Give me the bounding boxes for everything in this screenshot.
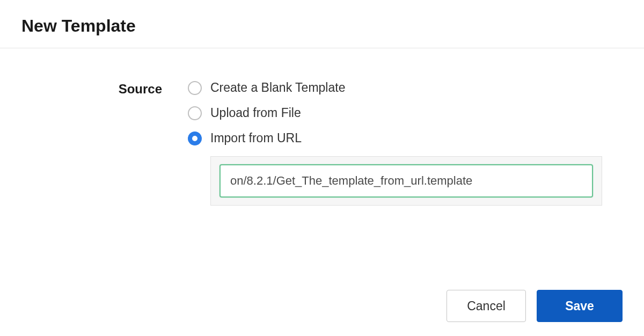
radio-label-upload: Upload from File xyxy=(210,106,301,120)
modal-header: New Template xyxy=(0,0,644,48)
modal-footer: Cancel Save xyxy=(447,290,623,322)
modal-body: Source Create a Blank Template Upload fr… xyxy=(0,48,644,232)
source-form-row: Source Create a Blank Template Upload fr… xyxy=(21,81,623,211)
radio-blank-template[interactable]: Create a Blank Template xyxy=(188,81,623,95)
url-input[interactable] xyxy=(219,164,593,198)
source-label: Source xyxy=(21,81,188,97)
url-input-container xyxy=(210,156,602,206)
radio-icon xyxy=(188,106,202,120)
radio-icon-selected xyxy=(188,132,202,145)
radio-label-blank: Create a Blank Template xyxy=(210,81,345,95)
radio-upload-file[interactable]: Upload from File xyxy=(188,106,623,120)
source-options: Create a Blank Template Upload from File… xyxy=(188,81,623,211)
radio-import-url[interactable]: Import from URL xyxy=(188,131,623,145)
radio-icon xyxy=(188,81,202,95)
modal-title: New Template xyxy=(21,16,623,36)
cancel-button[interactable]: Cancel xyxy=(447,290,526,322)
save-button[interactable]: Save xyxy=(537,290,623,322)
new-template-modal: New Template Source Create a Blank Templ… xyxy=(0,0,644,336)
radio-label-import: Import from URL xyxy=(210,131,302,145)
